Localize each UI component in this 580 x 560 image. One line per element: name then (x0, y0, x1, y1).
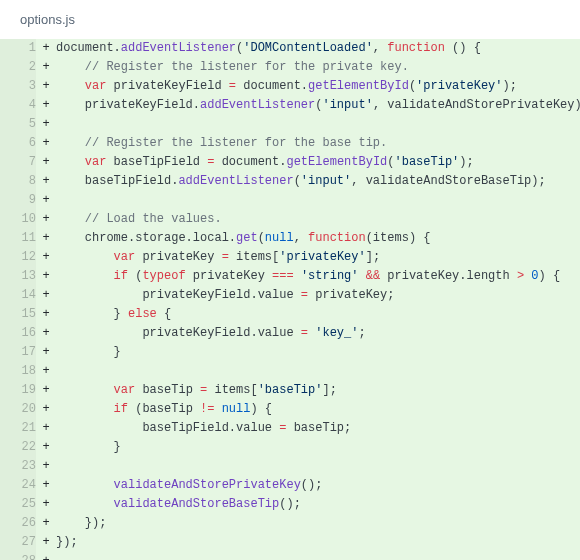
file-header: options.js (0, 0, 580, 39)
diff-row: 9+ (0, 191, 580, 210)
code-line[interactable] (56, 552, 580, 560)
diff-row: 3+ var privateKeyField = document.getEle… (0, 77, 580, 96)
line-number: 7 (0, 153, 36, 172)
diff-row: 24+ validateAndStorePrivateKey(); (0, 476, 580, 495)
diff-marker: + (36, 191, 56, 210)
diff-row: 17+ } (0, 343, 580, 362)
code-line[interactable]: var privateKeyField = document.getElemen… (56, 77, 580, 96)
diff-marker: + (36, 552, 56, 560)
file-name: options.js (20, 12, 75, 27)
line-number: 20 (0, 400, 36, 419)
diff-marker: + (36, 153, 56, 172)
code-line[interactable] (56, 362, 580, 381)
diff-row: 23+ (0, 457, 580, 476)
code-line[interactable] (56, 115, 580, 134)
code-line[interactable]: } (56, 438, 580, 457)
diff-marker: + (36, 172, 56, 191)
diff-marker: + (36, 381, 56, 400)
diff-row: 25+ validateAndStoreBaseTip(); (0, 495, 580, 514)
code-line[interactable]: var baseTipField = document.getElementBy… (56, 153, 580, 172)
code-line[interactable]: }); (56, 533, 580, 552)
diff-marker: + (36, 362, 56, 381)
diff-row: 1+document.addEventListener('DOMContentL… (0, 39, 580, 58)
line-number: 1 (0, 39, 36, 58)
diff-marker: + (36, 400, 56, 419)
line-number: 22 (0, 438, 36, 457)
diff-row: 2+ // Register the listener for the priv… (0, 58, 580, 77)
line-number: 4 (0, 96, 36, 115)
line-number: 12 (0, 248, 36, 267)
diff-marker: + (36, 229, 56, 248)
code-line[interactable]: }); (56, 514, 580, 533)
line-number: 27 (0, 533, 36, 552)
line-number: 9 (0, 191, 36, 210)
code-line[interactable] (56, 191, 580, 210)
diff-row: 22+ } (0, 438, 580, 457)
diff-body: 1+document.addEventListener('DOMContentL… (0, 39, 580, 560)
diff-row: 6+ // Register the listener for the base… (0, 134, 580, 153)
diff-row: 12+ var privateKey = items['privateKey']… (0, 248, 580, 267)
code-line[interactable]: privateKeyField.addEventListener('input'… (56, 96, 580, 115)
diff-row: 16+ privateKeyField.value = 'key_'; (0, 324, 580, 343)
diff-row: 19+ var baseTip = items['baseTip']; (0, 381, 580, 400)
code-line[interactable]: chrome.storage.local.get(null, function(… (56, 229, 580, 248)
diff-marker: + (36, 77, 56, 96)
line-number: 15 (0, 305, 36, 324)
diff-row: 27+}); (0, 533, 580, 552)
diff-marker: + (36, 248, 56, 267)
code-line[interactable]: if (baseTip != null) { (56, 400, 580, 419)
diff-marker: + (36, 286, 56, 305)
code-line[interactable]: document.addEventListener('DOMContentLoa… (56, 39, 580, 58)
diff-table: 1+document.addEventListener('DOMContentL… (0, 39, 580, 560)
diff-row: 7+ var baseTipField = document.getElemen… (0, 153, 580, 172)
diff-marker: + (36, 324, 56, 343)
diff-row: 8+ baseTipField.addEventListener('input'… (0, 172, 580, 191)
diff-marker: + (36, 533, 56, 552)
code-line[interactable] (56, 457, 580, 476)
code-line[interactable]: } else { (56, 305, 580, 324)
code-line[interactable]: if (typeof privateKey === 'string' && pr… (56, 267, 580, 286)
code-line[interactable]: // Register the listener for the private… (56, 58, 580, 77)
code-line[interactable]: // Load the values. (56, 210, 580, 229)
code-line[interactable]: privateKeyField.value = privateKey; (56, 286, 580, 305)
diff-row: 14+ privateKeyField.value = privateKey; (0, 286, 580, 305)
diff-marker: + (36, 514, 56, 533)
code-line[interactable]: var privateKey = items['privateKey']; (56, 248, 580, 267)
code-line[interactable]: // Register the listener for the base ti… (56, 134, 580, 153)
diff-row: 26+ }); (0, 514, 580, 533)
diff-marker: + (36, 438, 56, 457)
code-line[interactable]: baseTipField.addEventListener('input', v… (56, 172, 580, 191)
diff-marker: + (36, 39, 56, 58)
diff-row: 5+ (0, 115, 580, 134)
diff-marker: + (36, 419, 56, 438)
diff-marker: + (36, 134, 56, 153)
line-number: 24 (0, 476, 36, 495)
diff-row: 21+ baseTipField.value = baseTip; (0, 419, 580, 438)
code-line[interactable]: } (56, 343, 580, 362)
line-number: 3 (0, 77, 36, 96)
diff-marker: + (36, 58, 56, 77)
diff-row: 20+ if (baseTip != null) { (0, 400, 580, 419)
line-number: 17 (0, 343, 36, 362)
line-number: 25 (0, 495, 36, 514)
diff-row: 28+ (0, 552, 580, 560)
line-number: 16 (0, 324, 36, 343)
code-line[interactable]: privateKeyField.value = 'key_'; (56, 324, 580, 343)
diff-marker: + (36, 96, 56, 115)
diff-marker: + (36, 305, 56, 324)
code-line[interactable]: validateAndStoreBaseTip(); (56, 495, 580, 514)
diff-marker: + (36, 210, 56, 229)
line-number: 13 (0, 267, 36, 286)
diff-marker: + (36, 267, 56, 286)
code-line[interactable]: validateAndStorePrivateKey(); (56, 476, 580, 495)
line-number: 18 (0, 362, 36, 381)
diff-marker: + (36, 115, 56, 134)
code-line[interactable]: baseTipField.value = baseTip; (56, 419, 580, 438)
line-number: 14 (0, 286, 36, 305)
code-line[interactable]: var baseTip = items['baseTip']; (56, 381, 580, 400)
line-number: 10 (0, 210, 36, 229)
diff-row: 4+ privateKeyField.addEventListener('inp… (0, 96, 580, 115)
diff-marker: + (36, 495, 56, 514)
line-number: 28 (0, 552, 36, 560)
diff-row: 15+ } else { (0, 305, 580, 324)
